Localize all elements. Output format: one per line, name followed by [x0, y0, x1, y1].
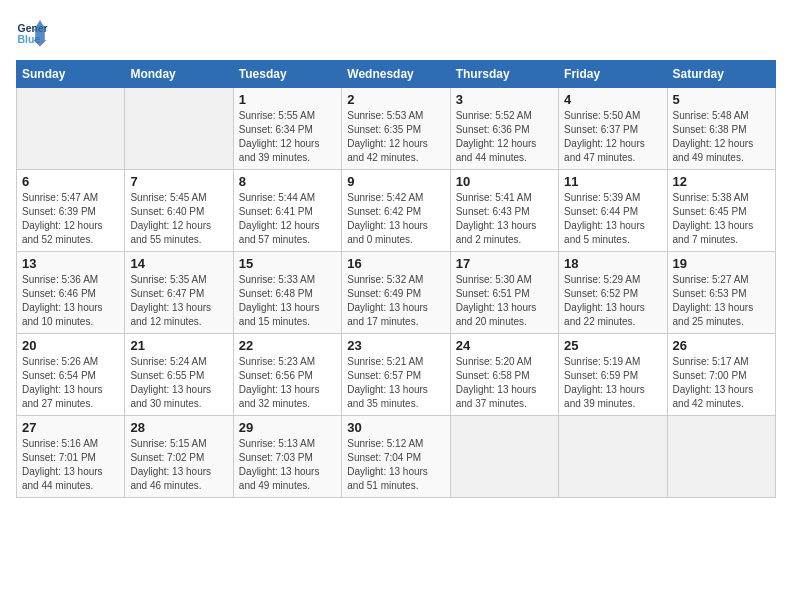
calendar-cell: 23Sunrise: 5:21 AMSunset: 6:57 PMDayligh…: [342, 334, 450, 416]
day-info: Sunrise: 5:47 AMSunset: 6:39 PMDaylight:…: [22, 191, 119, 247]
calendar-cell: 9Sunrise: 5:42 AMSunset: 6:42 PMDaylight…: [342, 170, 450, 252]
day-info: Sunrise: 5:13 AMSunset: 7:03 PMDaylight:…: [239, 437, 336, 493]
day-info: Sunrise: 5:33 AMSunset: 6:48 PMDaylight:…: [239, 273, 336, 329]
day-info: Sunrise: 5:12 AMSunset: 7:04 PMDaylight:…: [347, 437, 444, 493]
calendar-cell: [450, 416, 558, 498]
calendar-cell: 7Sunrise: 5:45 AMSunset: 6:40 PMDaylight…: [125, 170, 233, 252]
header-day-monday: Monday: [125, 61, 233, 88]
calendar-cell: 19Sunrise: 5:27 AMSunset: 6:53 PMDayligh…: [667, 252, 775, 334]
day-number: 26: [673, 338, 770, 353]
day-number: 14: [130, 256, 227, 271]
day-info: Sunrise: 5:23 AMSunset: 6:56 PMDaylight:…: [239, 355, 336, 411]
day-info: Sunrise: 5:55 AMSunset: 6:34 PMDaylight:…: [239, 109, 336, 165]
day-number: 7: [130, 174, 227, 189]
day-info: Sunrise: 5:41 AMSunset: 6:43 PMDaylight:…: [456, 191, 553, 247]
calendar-cell: 24Sunrise: 5:20 AMSunset: 6:58 PMDayligh…: [450, 334, 558, 416]
day-number: 10: [456, 174, 553, 189]
calendar-cell: 15Sunrise: 5:33 AMSunset: 6:48 PMDayligh…: [233, 252, 341, 334]
calendar-cell: 25Sunrise: 5:19 AMSunset: 6:59 PMDayligh…: [559, 334, 667, 416]
calendar-table: SundayMondayTuesdayWednesdayThursdayFrid…: [16, 60, 776, 498]
calendar-cell: [667, 416, 775, 498]
day-number: 30: [347, 420, 444, 435]
day-number: 11: [564, 174, 661, 189]
calendar-cell: 17Sunrise: 5:30 AMSunset: 6:51 PMDayligh…: [450, 252, 558, 334]
calendar-cell: [17, 88, 125, 170]
day-number: 8: [239, 174, 336, 189]
day-number: 20: [22, 338, 119, 353]
page-header: General Blue: [16, 16, 776, 48]
header-row: SundayMondayTuesdayWednesdayThursdayFrid…: [17, 61, 776, 88]
calendar-cell: 5Sunrise: 5:48 AMSunset: 6:38 PMDaylight…: [667, 88, 775, 170]
calendar-cell: 30Sunrise: 5:12 AMSunset: 7:04 PMDayligh…: [342, 416, 450, 498]
header-day-saturday: Saturday: [667, 61, 775, 88]
day-number: 28: [130, 420, 227, 435]
day-number: 9: [347, 174, 444, 189]
calendar-header: SundayMondayTuesdayWednesdayThursdayFrid…: [17, 61, 776, 88]
day-info: Sunrise: 5:17 AMSunset: 7:00 PMDaylight:…: [673, 355, 770, 411]
calendar-cell: 3Sunrise: 5:52 AMSunset: 6:36 PMDaylight…: [450, 88, 558, 170]
day-number: 22: [239, 338, 336, 353]
day-info: Sunrise: 5:20 AMSunset: 6:58 PMDaylight:…: [456, 355, 553, 411]
day-info: Sunrise: 5:30 AMSunset: 6:51 PMDaylight:…: [456, 273, 553, 329]
day-number: 18: [564, 256, 661, 271]
day-info: Sunrise: 5:38 AMSunset: 6:45 PMDaylight:…: [673, 191, 770, 247]
day-number: 15: [239, 256, 336, 271]
day-number: 4: [564, 92, 661, 107]
day-info: Sunrise: 5:44 AMSunset: 6:41 PMDaylight:…: [239, 191, 336, 247]
day-info: Sunrise: 5:42 AMSunset: 6:42 PMDaylight:…: [347, 191, 444, 247]
logo: General Blue: [16, 16, 52, 48]
calendar-cell: 11Sunrise: 5:39 AMSunset: 6:44 PMDayligh…: [559, 170, 667, 252]
header-day-friday: Friday: [559, 61, 667, 88]
calendar-cell: 14Sunrise: 5:35 AMSunset: 6:47 PMDayligh…: [125, 252, 233, 334]
day-info: Sunrise: 5:32 AMSunset: 6:49 PMDaylight:…: [347, 273, 444, 329]
calendar-week-5: 27Sunrise: 5:16 AMSunset: 7:01 PMDayligh…: [17, 416, 776, 498]
day-number: 6: [22, 174, 119, 189]
calendar-cell: 6Sunrise: 5:47 AMSunset: 6:39 PMDaylight…: [17, 170, 125, 252]
day-number: 1: [239, 92, 336, 107]
day-number: 21: [130, 338, 227, 353]
day-number: 2: [347, 92, 444, 107]
calendar-cell: 26Sunrise: 5:17 AMSunset: 7:00 PMDayligh…: [667, 334, 775, 416]
calendar-cell: [125, 88, 233, 170]
calendar-cell: 13Sunrise: 5:36 AMSunset: 6:46 PMDayligh…: [17, 252, 125, 334]
calendar-cell: 27Sunrise: 5:16 AMSunset: 7:01 PMDayligh…: [17, 416, 125, 498]
day-number: 29: [239, 420, 336, 435]
day-number: 17: [456, 256, 553, 271]
header-day-sunday: Sunday: [17, 61, 125, 88]
day-number: 27: [22, 420, 119, 435]
day-info: Sunrise: 5:39 AMSunset: 6:44 PMDaylight:…: [564, 191, 661, 247]
day-number: 19: [673, 256, 770, 271]
day-info: Sunrise: 5:19 AMSunset: 6:59 PMDaylight:…: [564, 355, 661, 411]
calendar-body: 1Sunrise: 5:55 AMSunset: 6:34 PMDaylight…: [17, 88, 776, 498]
calendar-cell: 21Sunrise: 5:24 AMSunset: 6:55 PMDayligh…: [125, 334, 233, 416]
day-info: Sunrise: 5:45 AMSunset: 6:40 PMDaylight:…: [130, 191, 227, 247]
day-info: Sunrise: 5:29 AMSunset: 6:52 PMDaylight:…: [564, 273, 661, 329]
day-info: Sunrise: 5:16 AMSunset: 7:01 PMDaylight:…: [22, 437, 119, 493]
header-day-wednesday: Wednesday: [342, 61, 450, 88]
day-info: Sunrise: 5:52 AMSunset: 6:36 PMDaylight:…: [456, 109, 553, 165]
day-number: 5: [673, 92, 770, 107]
calendar-cell: 22Sunrise: 5:23 AMSunset: 6:56 PMDayligh…: [233, 334, 341, 416]
calendar-cell: 28Sunrise: 5:15 AMSunset: 7:02 PMDayligh…: [125, 416, 233, 498]
header-day-thursday: Thursday: [450, 61, 558, 88]
calendar-cell: [559, 416, 667, 498]
day-number: 12: [673, 174, 770, 189]
calendar-cell: 4Sunrise: 5:50 AMSunset: 6:37 PMDaylight…: [559, 88, 667, 170]
day-info: Sunrise: 5:26 AMSunset: 6:54 PMDaylight:…: [22, 355, 119, 411]
day-info: Sunrise: 5:21 AMSunset: 6:57 PMDaylight:…: [347, 355, 444, 411]
header-day-tuesday: Tuesday: [233, 61, 341, 88]
calendar-cell: 8Sunrise: 5:44 AMSunset: 6:41 PMDaylight…: [233, 170, 341, 252]
day-info: Sunrise: 5:53 AMSunset: 6:35 PMDaylight:…: [347, 109, 444, 165]
day-number: 25: [564, 338, 661, 353]
calendar-cell: 12Sunrise: 5:38 AMSunset: 6:45 PMDayligh…: [667, 170, 775, 252]
calendar-cell: 10Sunrise: 5:41 AMSunset: 6:43 PMDayligh…: [450, 170, 558, 252]
day-number: 24: [456, 338, 553, 353]
calendar-cell: 16Sunrise: 5:32 AMSunset: 6:49 PMDayligh…: [342, 252, 450, 334]
day-info: Sunrise: 5:35 AMSunset: 6:47 PMDaylight:…: [130, 273, 227, 329]
day-number: 16: [347, 256, 444, 271]
day-number: 13: [22, 256, 119, 271]
logo-icon: General Blue: [16, 16, 48, 48]
calendar-cell: 1Sunrise: 5:55 AMSunset: 6:34 PMDaylight…: [233, 88, 341, 170]
calendar-cell: 20Sunrise: 5:26 AMSunset: 6:54 PMDayligh…: [17, 334, 125, 416]
day-info: Sunrise: 5:48 AMSunset: 6:38 PMDaylight:…: [673, 109, 770, 165]
